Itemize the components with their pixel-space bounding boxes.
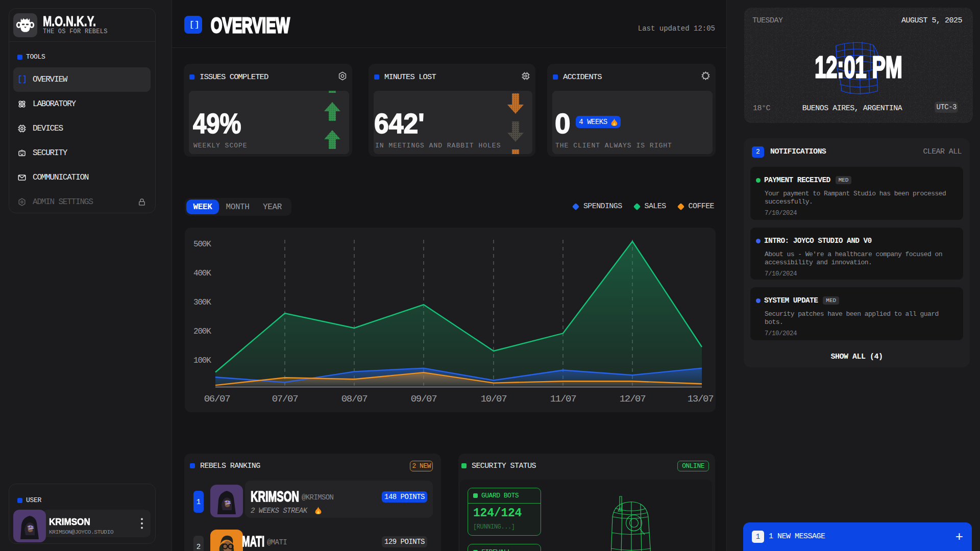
svg-text:12/07: 12/07: [620, 393, 646, 405]
svg-text:08/07: 08/07: [341, 393, 368, 405]
svg-text:13/07: 13/07: [688, 393, 714, 405]
svg-text:100K: 100K: [193, 356, 211, 365]
svg-text:11/07: 11/07: [550, 393, 576, 405]
svg-text:200K: 200K: [193, 327, 211, 336]
svg-text:07/07: 07/07: [272, 393, 298, 405]
svg-text:10/07: 10/07: [481, 393, 507, 405]
svg-text:500K: 500K: [193, 240, 211, 249]
svg-text:400K: 400K: [193, 269, 211, 278]
svg-text:06/07: 06/07: [204, 393, 230, 405]
svg-text:300K: 300K: [193, 298, 211, 307]
svg-text:09/07: 09/07: [411, 393, 437, 405]
